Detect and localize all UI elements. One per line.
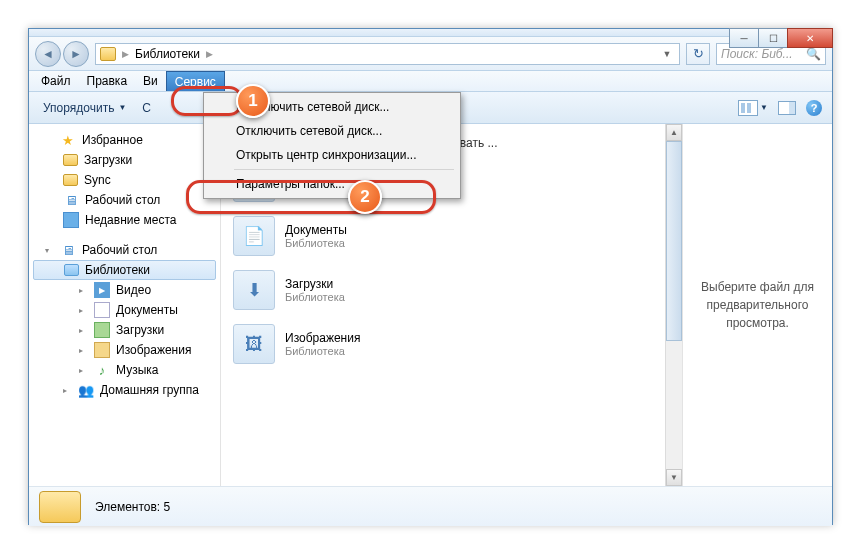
images-icon <box>94 342 110 358</box>
sidebar-images[interactable]: ▸Изображения <box>29 340 220 360</box>
menu-sync-center[interactable]: Открыть центр синхронизации... <box>206 143 458 167</box>
menu-edit[interactable]: Правка <box>79 71 136 91</box>
star-icon: ★ <box>60 132 76 148</box>
homegroup-icon: 👥 <box>78 382 94 398</box>
chevron-right-icon: ▶ <box>122 49 129 59</box>
sidebar-music[interactable]: ▸♪Музыка <box>29 360 220 380</box>
preview-pane: Выберите файл для предварительного просм… <box>682 124 832 486</box>
expand-icon[interactable]: ▸ <box>79 326 88 335</box>
expand-icon[interactable]: ▸ <box>79 346 88 355</box>
libraries-icon <box>64 264 79 276</box>
recent-icon <box>63 212 79 228</box>
desktop-icon: 🖥 <box>60 242 76 258</box>
view-mode-button[interactable]: ▼ <box>738 100 768 116</box>
scroll-up-button[interactable]: ▲ <box>666 124 682 141</box>
help-button[interactable]: ? <box>806 100 822 116</box>
status-count: Элементов: 5 <box>95 500 170 514</box>
organize-button[interactable]: Упорядочить ▼ <box>39 99 130 117</box>
sidebar-downloads[interactable]: Загрузки <box>29 150 220 170</box>
list-item[interactable]: 📄 ДокументыБиблиотека <box>231 214 672 258</box>
search-icon: 🔍 <box>806 47 821 61</box>
expand-icon[interactable]: ▸ <box>79 286 88 295</box>
folder-icon <box>63 154 78 166</box>
list-item[interactable]: 🖼 ИзображенияБиблиотека <box>231 322 672 366</box>
sidebar-homegroup[interactable]: ▸👥Домашняя группа <box>29 380 220 400</box>
maximize-button[interactable]: ☐ <box>758 28 788 48</box>
address-dropdown-icon[interactable]: ▼ <box>659 49 675 59</box>
share-button[interactable]: С <box>138 99 155 117</box>
view-icon <box>738 100 758 116</box>
breadcrumb-item[interactable]: Библиотеки <box>135 47 200 61</box>
folder-icon <box>100 47 116 61</box>
video-icon: ▶ <box>94 282 110 298</box>
search-placeholder: Поиск: Биб... <box>721 47 802 61</box>
sidebar-recent[interactable]: Недавние места <box>29 210 220 230</box>
expand-icon[interactable]: ▸ <box>79 366 88 375</box>
collapse-icon[interactable]: ▾ <box>45 246 54 255</box>
minimize-button[interactable]: ─ <box>729 28 759 48</box>
explorer-window: ─ ☐ ✕ ◄ ► ▶ Библиотеки ▶ ▼ ↻ Поиск: Биб.… <box>28 28 833 525</box>
sidebar-libraries[interactable]: Библиотеки <box>33 260 216 280</box>
status-bar: Элементов: 5 <box>29 486 832 526</box>
menu-bar: Файл Правка Ви Сервис <box>29 71 832 92</box>
menu-separator <box>234 169 454 170</box>
forward-button[interactable]: ► <box>63 41 89 67</box>
scroll-down-button[interactable]: ▼ <box>666 469 682 486</box>
close-button[interactable]: ✕ <box>787 28 833 48</box>
menu-file[interactable]: Файл <box>33 71 79 91</box>
sidebar-desktop-root[interactable]: ▾🖥Рабочий стол <box>29 240 220 260</box>
downloads-library-icon: ⬇ <box>233 270 275 310</box>
navigation-pane: ★Избранное Загрузки Sync 🖥Рабочий стол Н… <box>29 124 221 486</box>
titlebar[interactable]: ─ ☐ ✕ <box>29 29 832 37</box>
scrollbar[interactable]: ▲ ▼ <box>665 124 682 486</box>
preview-pane-button[interactable] <box>778 101 796 115</box>
downloads-icon <box>94 322 110 338</box>
document-icon <box>94 302 110 318</box>
address-bar[interactable]: ▶ Библиотеки ▶ ▼ <box>95 43 680 65</box>
sidebar-video[interactable]: ▸▶Видео <box>29 280 220 300</box>
sidebar-documents[interactable]: ▸Документы <box>29 300 220 320</box>
chevron-right-icon: ▶ <box>206 49 213 59</box>
refresh-button[interactable]: ↻ <box>686 43 710 65</box>
documents-library-icon: 📄 <box>233 216 275 256</box>
desktop-icon: 🖥 <box>63 192 79 208</box>
music-icon: ♪ <box>94 362 110 378</box>
chevron-down-icon: ▼ <box>118 103 126 112</box>
folder-icon <box>63 174 78 186</box>
menu-unmap-drive[interactable]: Отключить сетевой диск... <box>206 119 458 143</box>
sidebar-downloads-lib[interactable]: ▸Загрузки <box>29 320 220 340</box>
images-library-icon: 🖼 <box>233 324 275 364</box>
scroll-thumb[interactable] <box>666 141 682 341</box>
chevron-down-icon: ▼ <box>760 103 768 112</box>
expand-icon[interactable]: ▸ <box>79 306 88 315</box>
expand-icon[interactable]: ▸ <box>63 386 72 395</box>
folder-icon <box>39 491 81 523</box>
sidebar-favorites[interactable]: ★Избранное <box>29 130 220 150</box>
nav-bar: ◄ ► ▶ Библиотеки ▶ ▼ ↻ Поиск: Биб... 🔍 <box>29 37 832 71</box>
back-button[interactable]: ◄ <box>35 41 61 67</box>
list-item[interactable]: ⬇ ЗагрузкиБиблиотека <box>231 268 672 312</box>
menu-view[interactable]: Ви <box>135 71 166 91</box>
